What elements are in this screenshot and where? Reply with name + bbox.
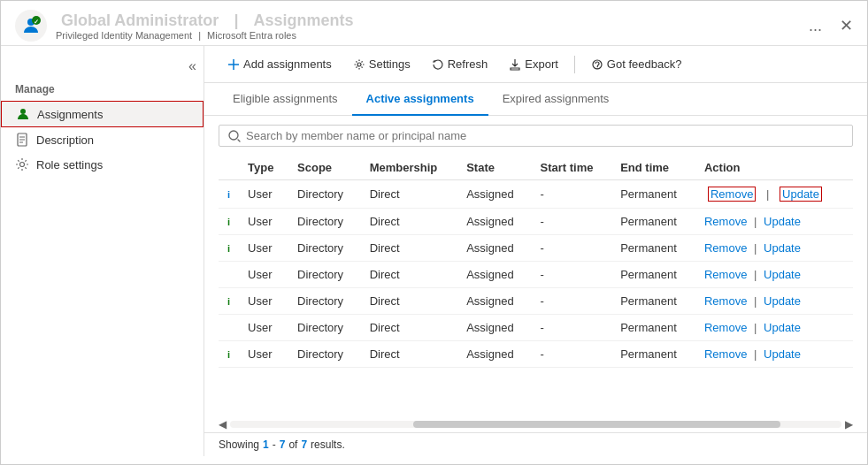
row-membership: Direct <box>361 288 458 315</box>
remove-link[interactable]: Remove <box>711 187 753 201</box>
scroll-track[interactable] <box>230 421 841 428</box>
update-link[interactable]: Update <box>764 241 801 255</box>
scroll-right-icon[interactable]: ▶ <box>845 418 853 431</box>
footer-middle: of <box>288 438 297 451</box>
settings-button[interactable]: Settings <box>344 53 419 75</box>
table-row: i User Directory Direct Assigned - Perma… <box>219 341 853 368</box>
row-scope: Directory <box>288 341 361 368</box>
row-type: User <box>239 315 288 341</box>
row-end-time: Permanent <box>611 262 695 288</box>
main-content: Add assignments Settings Refresh <box>204 46 867 456</box>
sidebar-item-description-label: Description <box>36 133 94 147</box>
search-icon <box>228 130 241 142</box>
person-icon <box>16 107 30 121</box>
row-icon: i <box>219 288 239 315</box>
footer-range-sep: - <box>273 438 276 451</box>
sidebar-item-role-settings-label: Role settings <box>36 158 103 172</box>
collapse-button[interactable]: « <box>1 55 204 78</box>
row-end-time: Permanent <box>611 180 695 209</box>
col-scope-header: Scope <box>288 156 361 180</box>
export-button[interactable]: Export <box>500 53 567 75</box>
row-start-time: - <box>532 341 612 368</box>
toolbar: Add assignments Settings Refresh <box>204 46 867 83</box>
row-membership: Direct <box>361 341 458 368</box>
svg-point-10 <box>596 67 597 68</box>
remove-link[interactable]: Remove <box>704 321 747 334</box>
row-state: Assigned <box>457 235 531 262</box>
remove-link[interactable]: Remove <box>704 268 747 281</box>
row-scope: Directory <box>288 209 361 235</box>
more-options-icon[interactable]: ... <box>809 17 822 35</box>
row-start-time: - <box>532 288 612 315</box>
header-subtitle: Privileged Identity Management | Microso… <box>56 30 809 41</box>
row-start-time: - <box>532 209 612 235</box>
row-state: Assigned <box>457 315 531 341</box>
plus-icon <box>227 58 240 71</box>
footer-suffix: results. <box>311 438 345 451</box>
row-start-time: - <box>532 315 612 341</box>
assignments-table: Type Scope Membership State Start time E… <box>204 156 867 416</box>
tab-expired[interactable]: Expired assignments <box>488 83 624 116</box>
sidebar-item-description[interactable]: Description <box>1 127 204 152</box>
update-link[interactable]: Update <box>764 347 801 361</box>
search-input[interactable] <box>246 129 843 142</box>
col-state-header: State <box>457 156 531 180</box>
footer-range-start: 1 <box>263 438 269 451</box>
update-link[interactable]: Update <box>764 294 801 308</box>
sidebar: « Manage Assignments Description <box>1 46 204 456</box>
remove-link[interactable]: Remove <box>704 347 747 361</box>
row-type: User <box>239 341 288 368</box>
row-scope: Directory <box>288 262 361 288</box>
scroll-thumb[interactable] <box>413 421 780 428</box>
row-membership: Direct <box>361 315 458 341</box>
gear-icon <box>15 157 29 172</box>
row-start-time: - <box>532 180 612 209</box>
remove-link[interactable]: Remove <box>704 215 747 228</box>
manage-label: Manage <box>1 78 204 101</box>
row-scope: Directory <box>288 180 361 209</box>
update-link[interactable]: Update <box>764 215 801 228</box>
tabs: Eligible assignments Active assignments … <box>204 83 867 116</box>
header-page: Assignments <box>253 11 353 29</box>
feedback-button[interactable]: Got feedback? <box>582 53 691 75</box>
col-membership-header: Membership <box>361 156 458 180</box>
update-link[interactable]: Update <box>764 268 801 281</box>
refresh-button[interactable]: Refresh <box>423 53 497 75</box>
tab-active[interactable]: Active assignments <box>352 83 488 116</box>
row-membership: Direct <box>361 209 458 235</box>
row-icon: i <box>219 180 239 209</box>
row-end-time: Permanent <box>611 341 695 368</box>
scroll-left-icon[interactable]: ◀ <box>219 418 227 431</box>
row-scope: Directory <box>288 288 361 315</box>
tab-eligible[interactable]: Eligible assignments <box>219 83 352 116</box>
doc-icon <box>15 133 29 147</box>
horizontal-scrollbar[interactable]: ◀ ▶ <box>204 416 867 432</box>
col-action-header: Action <box>695 156 853 180</box>
search-bar <box>219 125 853 147</box>
table-row: i User Directory Direct Assigned - Perma… <box>219 235 853 262</box>
avatar: ✓ <box>15 10 47 42</box>
header-title-text: Global Administrator <box>61 11 219 29</box>
remove-link[interactable]: Remove <box>704 294 747 308</box>
row-action: Remove | Update <box>695 209 853 235</box>
svg-point-9 <box>357 63 361 66</box>
table-row: User Directory Direct Assigned - Permane… <box>219 262 853 288</box>
close-button[interactable]: ✕ <box>840 16 853 35</box>
add-assignments-button[interactable]: Add assignments <box>219 53 341 75</box>
col-type-header: Type <box>239 156 288 180</box>
row-scope: Directory <box>288 235 361 262</box>
feedback-icon <box>591 58 603 71</box>
sidebar-item-role-settings[interactable]: Role settings <box>1 152 204 177</box>
row-state: Assigned <box>457 341 531 368</box>
footer-total: 7 <box>301 438 307 451</box>
export-icon <box>509 58 521 71</box>
footer-range-end: 7 <box>280 438 286 451</box>
update-link[interactable]: Update <box>782 187 819 201</box>
row-membership: Direct <box>361 180 458 209</box>
row-state: Assigned <box>457 180 531 209</box>
remove-link[interactable]: Remove <box>704 241 747 255</box>
refresh-icon <box>432 58 444 71</box>
update-link[interactable]: Update <box>764 321 801 334</box>
header-title: Global Administrator | Assignments <box>56 11 809 30</box>
sidebar-item-assignments[interactable]: Assignments <box>1 101 204 127</box>
